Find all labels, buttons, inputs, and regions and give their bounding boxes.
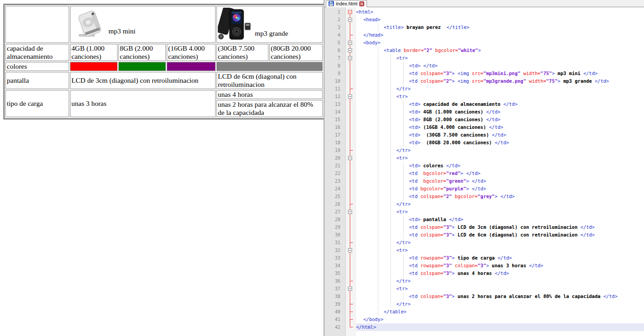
code-text[interactable]: <table border="2" bgcolor="white"> (356, 47, 644, 54)
code-line[interactable]: 16<td> (16GB 4.000 canciones) </td> (324, 123, 644, 131)
code-text[interactable]: <td bgcolor="red"> </td> (356, 170, 644, 177)
code-text[interactable]: <tr> (356, 285, 644, 293)
code-line[interactable]: 35<td colspan="3"> unas 4 horas </td> (324, 270, 644, 277)
code-text[interactable]: <td colspan="3"> LCD de 3cm (diagonal) c… (356, 223, 644, 231)
code-text[interactable]: <tr> (356, 246, 644, 254)
code-text[interactable]: <td> 4GB (1.000 canciones) </td> (356, 108, 644, 116)
code-line[interactable]: 32<tr> (324, 246, 644, 254)
indent-guide (390, 170, 391, 177)
code-line[interactable]: 33<td rowspan="3"> tipo de carga </td> (324, 254, 644, 262)
code-text[interactable]: <td colspan="3"> LCD de 6cm (diagonal) c… (356, 231, 644, 239)
code-text[interactable]: <tr> (356, 54, 644, 62)
code-line[interactable]: 6<table border="2" bgcolor="white"> (324, 47, 644, 54)
code-editor[interactable]: 1<html>2<head>3<title> brayan perez </ti… (324, 7, 644, 336)
code-line[interactable]: 26</tr> (324, 200, 644, 208)
code-text[interactable]: </html> (356, 323, 644, 331)
code-text[interactable]: <td> pantalla </td> (356, 216, 644, 223)
code-line[interactable]: 8<td> </td> (324, 62, 644, 70)
code-line[interactable]: 11</tr> (324, 85, 644, 93)
code-line[interactable]: 31</tr> (324, 239, 644, 246)
code-line[interactable]: 22<td bgcolor="red"> </td> (324, 170, 644, 177)
code-text[interactable]: <td colspan="2" bgcolor="grey"> </td> (356, 193, 644, 200)
code-line[interactable]: 7<tr> (324, 54, 644, 62)
code-text[interactable]: </table> (356, 308, 644, 316)
fold-toggle-icon[interactable] (348, 18, 352, 22)
fold-toggle-icon[interactable] (348, 48, 352, 52)
code-line[interactable]: 13<td> capacidad de almacenamiento </td> (324, 100, 644, 108)
code-text[interactable]: </body> (356, 316, 644, 323)
code-line[interactable]: 1<html> (324, 8, 644, 16)
code-text[interactable]: </head> (356, 31, 644, 39)
editor-tab-bar: index.html (324, 0, 644, 7)
close-tab-icon[interactable] (359, 1, 364, 6)
code-line[interactable]: 5<body> (324, 39, 644, 47)
code-text[interactable]: <td colspan="3"> unas 2 horas para alcan… (356, 293, 644, 300)
code-text[interactable]: <tr> (356, 154, 644, 162)
code-text[interactable]: <tr> (356, 93, 644, 100)
code-line[interactable]: 42</html> (324, 323, 644, 331)
code-line[interactable]: 12<tr> (324, 93, 644, 100)
code-line[interactable]: 23<td bgcolor="green"> </td> (324, 177, 644, 185)
code-text[interactable]: </tr> (356, 277, 644, 285)
code-text[interactable]: <td> (16GB 4.000 canciones) </td> (356, 123, 644, 131)
fold-toggle-icon[interactable] (348, 248, 352, 252)
code-text[interactable]: </tr> (356, 300, 644, 308)
code-line[interactable]: 3<title> brayan perez </title> (324, 24, 644, 31)
code-line[interactable]: 36</tr> (324, 277, 644, 285)
code-text[interactable]: <td rowspan="3" colspan="3"> unas 3 hora… (356, 262, 644, 270)
code-line[interactable]: 20<tr> (324, 154, 644, 162)
code-line[interactable]: 37<tr> (324, 285, 644, 293)
code-line[interactable]: 27<tr> (324, 208, 644, 216)
code-line[interactable]: 39</tr> (324, 300, 644, 308)
fold-toggle-icon[interactable] (348, 156, 352, 160)
fold-toggle-icon[interactable] (348, 95, 352, 99)
code-line[interactable]: 24<td bgcolor="purple"> </td> (324, 185, 644, 193)
code-text[interactable]: <td> 8GB (2.000 canciones) </td> (356, 116, 644, 123)
code-text[interactable]: <td> (30GB 7.500 canciones) </td> (356, 131, 644, 139)
code-text[interactable]: <td colspan="2"> <img src="mp3grande.png… (356, 77, 644, 85)
code-line[interactable]: 28<td> pantalla </td> (324, 216, 644, 223)
code-line[interactable]: 14<td> 4GB (1.000 canciones) </td> (324, 108, 644, 116)
tab-index-html[interactable]: index.html (326, 0, 367, 7)
code-line[interactable]: 19</tr> (324, 147, 644, 154)
code-text[interactable]: <html> (356, 8, 644, 16)
code-line[interactable]: 30<td colspan="3"> LCD de 6cm (diagonal)… (324, 231, 644, 239)
code-line[interactable]: 40</table> (324, 308, 644, 316)
code-line[interactable]: 41</body> (324, 316, 644, 323)
fold-toggle-icon[interactable] (348, 41, 352, 45)
code-text[interactable]: <td> (80GB 20.000 canciones) </td> (356, 139, 644, 147)
code-text[interactable]: </tr> (356, 85, 644, 93)
code-text[interactable]: </tr> (356, 200, 644, 208)
code-line[interactable]: 4</head> (324, 31, 644, 39)
code-line[interactable]: 34<td rowspan="3" colspan="3"> unas 3 ho… (324, 262, 644, 270)
code-text[interactable]: <td colspan="3"> <img src="mp3mini.png" … (356, 70, 644, 77)
code-text[interactable]: <td colspan="3"> unas 4 horas </td> (356, 270, 644, 277)
code-text[interactable]: <td> capacidad de almacenamiento </td> (356, 100, 644, 108)
code-text[interactable]: <td bgcolor="green"> </td> (356, 177, 644, 185)
fold-toggle-icon[interactable] (348, 210, 352, 214)
code-text[interactable]: <tr> (356, 208, 644, 216)
code-text[interactable]: <td> colores </td> (356, 162, 644, 170)
code-text[interactable]: <td> </td> (356, 62, 644, 70)
code-text[interactable]: <td bgcolor="purple"> </td> (356, 185, 644, 193)
code-line[interactable]: 15<td> 8GB (2.000 canciones) </td> (324, 116, 644, 123)
code-line[interactable]: 29<td colspan="3"> LCD de 3cm (diagonal)… (324, 223, 644, 231)
code-text[interactable]: <body> (356, 39, 644, 47)
fold-toggle-icon[interactable] (348, 56, 352, 60)
code-line[interactable]: 18<td> (80GB 20.000 canciones) </td> (324, 139, 644, 147)
code-line[interactable]: 2<head> (324, 16, 644, 24)
code-line[interactable]: 9<td colspan="3"> <img src="mp3mini.png"… (324, 70, 644, 77)
code-text[interactable]: <title> brayan perez </title> (356, 24, 644, 31)
indent-guide (390, 62, 391, 70)
code-text[interactable]: <td rowspan="3"> tipo de carga </td> (356, 254, 644, 262)
code-line[interactable]: 17<td> (30GB 7.500 canciones) </td> (324, 131, 644, 139)
code-line[interactable]: 21<td> colores </td> (324, 162, 644, 170)
code-text[interactable]: <head> (356, 16, 644, 24)
fold-toggle-icon[interactable] (348, 10, 352, 14)
code-line[interactable]: 25<td colspan="2" bgcolor="grey"> </td> (324, 193, 644, 200)
code-line[interactable]: 10<td colspan="2"> <img src="mp3grande.p… (324, 77, 644, 85)
fold-toggle-icon[interactable] (348, 287, 352, 291)
code-text[interactable]: </tr> (356, 147, 644, 154)
code-line[interactable]: 38<td colspan="3"> unas 2 horas para alc… (324, 293, 644, 300)
code-text[interactable]: </tr> (356, 239, 644, 246)
